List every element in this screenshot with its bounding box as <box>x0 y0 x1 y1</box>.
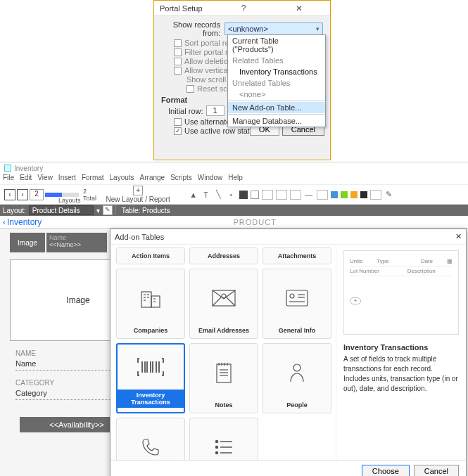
form-area: Image Name <<Name>> Image NAME Name CATE… <box>0 229 468 476</box>
filter-label: Filter portal re <box>184 48 232 56</box>
color-orange[interactable] <box>350 191 358 198</box>
tile-email[interactable]: Email Addresses <box>189 269 258 339</box>
preview-title: Inventory Transactions <box>343 343 459 352</box>
layout-label: Layout: <box>0 207 29 214</box>
menu-edit[interactable]: Edit <box>20 174 32 184</box>
color-blue[interactable] <box>331 191 338 198</box>
theme-sel[interactable] <box>317 190 328 200</box>
svg-point-33 <box>293 364 301 371</box>
total-label: Total <box>83 195 96 202</box>
layout-select[interactable]: Product Details <box>29 205 94 215</box>
building-icon <box>139 269 163 327</box>
nav-bar: ‹ Inventory PRODUCT <box>0 216 468 229</box>
name-header: Name <<Name>> <box>46 233 107 252</box>
phone-icon <box>141 418 160 460</box>
alt-row-checkbox[interactable] <box>174 118 182 126</box>
menu-file[interactable]: File <box>3 174 14 184</box>
back-link[interactable]: ‹ Inventory <box>0 217 42 227</box>
addon-tables-dialog: Add-on Tables ✕ Action Items Addresses A… <box>110 229 467 476</box>
svg-point-38 <box>216 452 218 454</box>
tile-notes[interactable]: Notes <box>189 343 258 413</box>
help-icon[interactable]: ? <box>215 4 271 13</box>
pointer-icon[interactable]: ▲ <box>189 190 198 200</box>
initial-row-input[interactable]: 1 <box>206 105 224 116</box>
next-layout-button[interactable]: › <box>17 189 28 200</box>
combo-value: <unknown> <box>228 25 268 33</box>
portal-title-text: Portal Setup <box>160 4 215 13</box>
window-titlebar: Inventory <box>0 162 468 174</box>
line-weight-sel[interactable] <box>276 190 287 200</box>
color-black[interactable] <box>360 191 367 198</box>
svg-point-14 <box>290 294 294 298</box>
corner-sel[interactable] <box>290 190 301 200</box>
fill-swatch[interactable] <box>239 191 248 199</box>
delete-checkbox[interactable] <box>174 58 182 65</box>
menu-scripts[interactable]: Scripts <box>170 174 192 184</box>
reset-checkbox[interactable] <box>186 85 194 93</box>
line-style-sel[interactable] <box>262 190 273 200</box>
table-label: Table: Products <box>119 207 173 214</box>
tile-general[interactable]: General Info <box>263 269 331 339</box>
tile-inventory-trans[interactable]: Inventory Transactions <box>116 343 185 413</box>
tile-topics[interactable]: Topics <box>189 418 258 460</box>
tile-action-items[interactable]: Action Items <box>116 247 185 264</box>
menu-insert[interactable]: Insert <box>58 174 76 184</box>
active-row-label: Use active row state <box>184 127 254 135</box>
addon-close-icon[interactable]: ✕ <box>455 232 462 241</box>
stroke-swatch[interactable] <box>251 191 259 199</box>
menu-format[interactable]: Format <box>82 174 104 184</box>
svg-rect-0 <box>141 292 151 307</box>
chevron-down-icon: ▾ <box>316 25 320 32</box>
menu-window[interactable]: Window <box>198 174 223 184</box>
eyedropper-icon[interactable]: ✎ <box>384 190 394 200</box>
text-tool-icon[interactable]: T <box>201 190 211 200</box>
tile-companies[interactable]: Companies <box>116 269 185 339</box>
dropdown-none[interactable]: <none> <box>228 89 325 100</box>
dropdown-current-table[interactable]: Current Table ("Products") <box>228 35 325 55</box>
line-tool-icon[interactable]: ╲ <box>214 190 224 200</box>
active-row-checkbox[interactable]: ✓ <box>174 127 182 135</box>
svg-line-11 <box>227 297 235 306</box>
tile-people[interactable]: People <box>263 343 331 413</box>
sort-checkbox[interactable] <box>174 39 182 47</box>
name-field-label: NAME <box>15 349 36 357</box>
choose-button[interactable]: Choose <box>362 465 410 477</box>
filter-checkbox[interactable] <box>174 49 182 56</box>
menu-view[interactable]: View <box>37 174 53 184</box>
menu-help[interactable]: Help <box>228 174 243 184</box>
close-icon[interactable]: ✕ <box>272 4 327 13</box>
dropdown-unrelated-header: Unrelated Tables <box>228 77 325 89</box>
align-sel[interactable] <box>370 190 381 200</box>
color-green[interactable] <box>341 191 348 198</box>
show-records-label: Show records from: <box>161 20 224 37</box>
layout-slider[interactable] <box>45 193 79 197</box>
addon-title: Add-on Tables <box>115 233 164 241</box>
portal-setup-dialog: Portal Setup ? ✕ Show records from: <unk… <box>153 0 331 160</box>
tile-attachments[interactable]: Attachments <box>263 247 331 264</box>
svg-rect-13 <box>286 290 308 306</box>
dropdown-manage-db[interactable]: Manage Database... <box>228 115 325 127</box>
menu-arrange[interactable]: Arrange <box>140 174 165 184</box>
delete-label: Allow deletion <box>184 57 232 65</box>
tile-phone[interactable]: Phone Numbers <box>116 418 185 460</box>
menu-layouts[interactable]: Layouts <box>110 174 134 184</box>
dropdown-new-addon[interactable]: New Add-on Table... <box>228 102 325 113</box>
addon-cancel-button[interactable]: Cancel <box>414 465 459 477</box>
portal-titlebar: Portal Setup ? ✕ <box>154 1 330 16</box>
toolbar: ‹ › 2 2 Total Layouts + New Layout / Rep… <box>0 185 468 205</box>
main-window: Inventory File Edit View Insert Format L… <box>0 162 468 476</box>
back-label: Inventory <box>7 217 42 227</box>
dropdown-inventory-trans[interactable]: Inventory Transactions <box>228 66 325 77</box>
prev-layout-button[interactable]: ‹ <box>4 189 15 200</box>
edit-layout-icon[interactable]: ✎ <box>103 205 113 215</box>
svg-point-36 <box>216 446 218 449</box>
new-layout-button[interactable]: + New Layout / Report <box>106 186 170 203</box>
preview-box: UnitsTypeDate▦ Lot NumberDescription + <box>343 250 459 335</box>
show-records-combo[interactable]: <unknown> ▾ <box>224 22 323 35</box>
vscroll-checkbox[interactable] <box>174 67 182 75</box>
initial-row-label: Initial row: <box>168 107 203 115</box>
page-number-input[interactable]: 2 <box>30 189 44 200</box>
tile-addresses[interactable]: Addresses <box>189 247 258 264</box>
dropdown-related-header: Related Tables <box>228 55 325 66</box>
layout-bar: Layout: Product Details ▾ ✎ Table: Produ… <box>0 205 468 216</box>
